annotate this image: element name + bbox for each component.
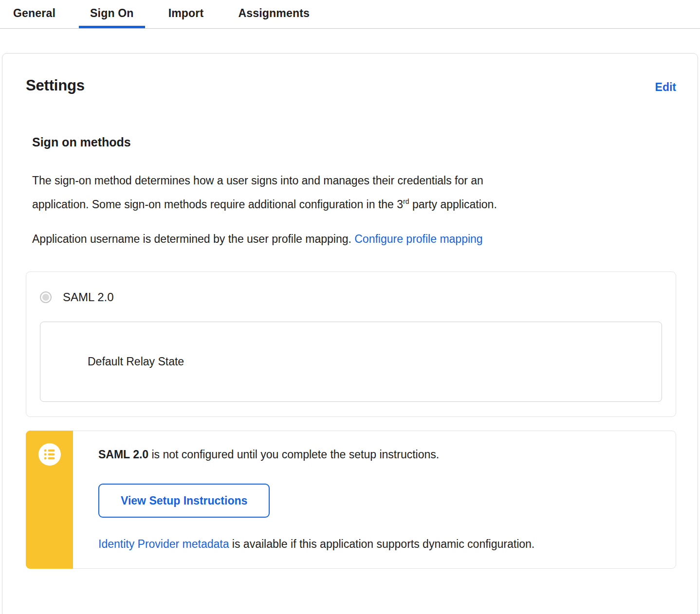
- identity-provider-metadata-link[interactable]: Identity Provider metadata: [98, 538, 229, 550]
- saml-radio-row: SAML 2.0: [26, 272, 676, 322]
- setup-instructions-callout: SAML 2.0 is not configured until you com…: [26, 431, 676, 569]
- callout-message: SAML 2.0 is not configured until you com…: [98, 448, 656, 461]
- callout-footer-rest: is available if this application support…: [229, 538, 534, 550]
- sign-on-methods-heading: Sign on methods: [32, 135, 676, 149]
- tab-general[interactable]: General: [2, 0, 67, 28]
- description-line-2: application. Some sign-on methods requir…: [32, 198, 403, 211]
- saml-method-box: SAML 2.0 Default Relay State: [26, 271, 676, 417]
- page-title: Settings: [26, 77, 85, 94]
- description-line-2-end: party application.: [409, 198, 497, 211]
- default-relay-state-label: Default Relay State: [88, 355, 184, 368]
- ordinal-superscript: rd: [403, 198, 409, 205]
- callout-footer: Identity Provider metadata is available …: [98, 537, 656, 551]
- description-line-1: The sign-on method determines how a user…: [32, 174, 483, 187]
- profile-mapping-note: Application username is determined by th…: [32, 227, 676, 251]
- edit-button[interactable]: Edit: [655, 81, 676, 94]
- saml-radio-label: SAML 2.0: [63, 290, 114, 304]
- profile-mapping-text: Application username is determined by th…: [32, 233, 354, 245]
- saml-settings-panel: Default Relay State: [40, 322, 662, 402]
- settings-card-header: Settings Edit: [26, 77, 676, 94]
- sign-on-methods-section: Sign on methods The sign-on method deter…: [26, 135, 676, 569]
- callout-accent-strip: [26, 431, 73, 569]
- configure-profile-mapping-link[interactable]: Configure profile mapping: [354, 233, 482, 245]
- tab-sign-on[interactable]: Sign On: [79, 0, 145, 28]
- tab-assignments[interactable]: Assignments: [227, 0, 321, 28]
- callout-message-rest: is not configured until you complete the…: [148, 448, 439, 461]
- callout-body: SAML 2.0 is not configured until you com…: [26, 431, 676, 568]
- sign-on-description: The sign-on method determines how a user…: [32, 169, 676, 217]
- saml-radio-button[interactable]: [40, 291, 52, 303]
- list-icon: [38, 443, 61, 466]
- view-setup-instructions-button[interactable]: View Setup Instructions: [98, 484, 270, 518]
- tab-import[interactable]: Import: [157, 0, 215, 28]
- callout-message-bold: SAML 2.0: [98, 448, 148, 461]
- tab-bar: General Sign On Import Assignments: [0, 0, 700, 29]
- settings-card: Settings Edit Sign on methods The sign-o…: [2, 53, 698, 614]
